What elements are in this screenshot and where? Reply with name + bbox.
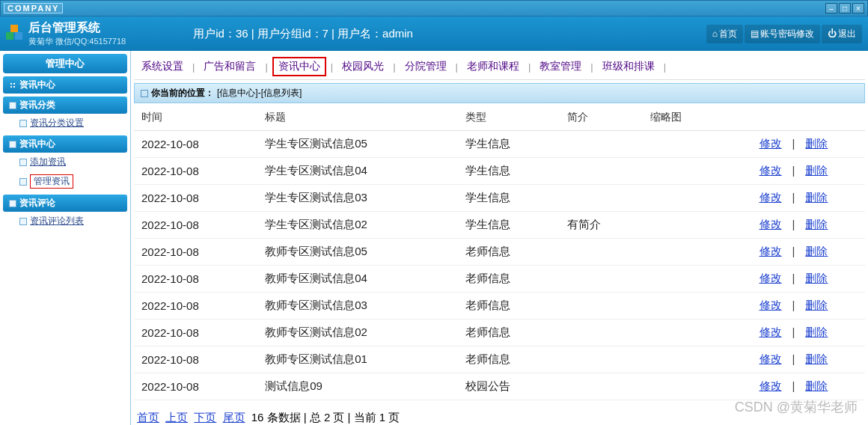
table-row: 2022-10-08教师专区测试信息04老师信息修改|删除 — [134, 266, 865, 293]
delete-link[interactable]: 删除 — [805, 379, 828, 392]
pager-next[interactable]: 下页 — [194, 411, 216, 424]
delete-link[interactable]: 删除 — [805, 352, 828, 365]
category-settings-link[interactable]: 资讯分类设置 — [30, 117, 84, 129]
action-separator: | — [792, 272, 795, 284]
page-icon — [19, 218, 27, 225]
topnav-item[interactable]: 教室管理 — [535, 58, 586, 75]
column-header: 简介 — [560, 105, 643, 131]
cell-intro — [560, 131, 643, 158]
maximize-icon[interactable]: □ — [839, 3, 851, 13]
delete-link[interactable]: 删除 — [805, 299, 828, 311]
cell-actions: 修改|删除 — [722, 158, 865, 185]
page-icon — [19, 178, 27, 186]
topnav-item[interactable]: 分院管理 — [400, 58, 451, 75]
delete-link[interactable]: 删除 — [805, 218, 828, 230]
cell-type: 学生信息 — [458, 131, 560, 158]
pager-prev[interactable]: 上页 — [165, 411, 188, 424]
password-button[interactable]: ▤账号密码修改 — [745, 25, 820, 43]
pager-last[interactable]: 尾页 — [223, 411, 245, 424]
nav-separator: | — [192, 61, 195, 73]
topnav-item[interactable]: 资讯中心 — [272, 57, 326, 76]
header-actions: ⌂首页 ▤账号密码修改 ⏻退出 — [706, 25, 862, 43]
nav-separator: | — [331, 61, 333, 73]
edit-link[interactable]: 修改 — [760, 299, 782, 311]
main-content: 系统设置|广告和留言|资讯中心|校园风光|分院管理|老师和课程|教室管理|班级和… — [131, 51, 868, 425]
breadcrumb: 你当前的位置： [信息中心]-[信息列表] — [134, 83, 865, 103]
sidebar-section-news[interactable]: 资讯中心 — [3, 76, 127, 94]
sidebar-group-news[interactable]: 资讯中心 — [3, 135, 127, 153]
sidebar-item-manage-news: 管理资讯 — [3, 171, 127, 192]
table-row: 2022-10-08学生专区测试信息04学生信息修改|删除 — [134, 158, 865, 185]
cell-intro — [560, 185, 643, 212]
cell-thumb — [643, 373, 722, 400]
delete-link[interactable]: 删除 — [805, 245, 828, 257]
column-header: 缩略图 — [643, 105, 722, 131]
topnav-item[interactable]: 班级和排课 — [598, 58, 659, 75]
delete-link[interactable]: 删除 — [805, 164, 828, 177]
cell-actions: 修改|删除 — [722, 346, 865, 373]
table-row: 2022-10-08学生专区测试信息05学生信息修改|删除 — [134, 131, 865, 158]
delete-link[interactable]: 删除 — [805, 191, 828, 204]
sidebar-item-comment-list: 资讯评论列表 — [3, 212, 127, 230]
sidebar-group-category[interactable]: 资讯分类 — [3, 97, 127, 114]
list-icon: ▤ — [751, 28, 759, 39]
delete-link[interactable]: 删除 — [805, 325, 828, 338]
table-body: 2022-10-08学生专区测试信息05学生信息修改|删除2022-10-08学… — [134, 131, 865, 400]
edit-link[interactable]: 修改 — [760, 325, 782, 338]
page-icon — [19, 159, 27, 166]
edit-link[interactable]: 修改 — [760, 352, 782, 365]
cell-type: 老师信息 — [458, 319, 560, 346]
folder-icon — [9, 102, 16, 109]
topnav-item[interactable]: 广告和留言 — [199, 58, 260, 75]
delete-link[interactable]: 删除 — [805, 272, 828, 284]
cell-actions: 修改|删除 — [722, 266, 865, 293]
cell-time: 2022-10-08 — [134, 346, 257, 373]
table-row: 2022-10-08学生专区测试信息03学生信息修改|删除 — [134, 185, 865, 212]
edit-link[interactable]: 修改 — [760, 137, 782, 150]
cell-actions: 修改|删除 — [722, 293, 865, 319]
folder-icon — [9, 200, 16, 207]
action-separator: | — [792, 352, 795, 365]
cell-title: 测试信息09 — [257, 373, 457, 400]
topnav-item[interactable]: 系统设置 — [137, 58, 188, 75]
app-title: 后台管理系统 — [28, 20, 126, 36]
dots-icon — [9, 82, 16, 89]
app-subtitle: 黄菊华 微信/QQ:45157718 — [28, 36, 126, 47]
pager-first[interactable]: 首页 — [137, 411, 159, 424]
comment-list-link[interactable]: 资讯评论列表 — [30, 215, 84, 227]
cell-actions: 修改|删除 — [722, 185, 865, 212]
pager-info: 16 条数据 | 总 2 页 | 当前 1 页 — [251, 411, 400, 424]
topnav-item[interactable]: 校园风光 — [337, 58, 388, 75]
logout-button[interactable]: ⏻退出 — [822, 25, 862, 43]
cell-title: 教师专区测试信息01 — [257, 346, 457, 373]
sidebar-group-comments[interactable]: 资讯评论 — [3, 195, 127, 212]
close-icon[interactable]: × — [852, 3, 864, 13]
cell-thumb — [643, 239, 722, 266]
action-separator: | — [792, 245, 795, 257]
pager: 首页 上页 下页 尾页 16 条数据 | 总 2 页 | 当前 1 页 — [134, 400, 865, 425]
header-left: 后台管理系统 黄菊华 微信/QQ:45157718 — [28, 20, 126, 47]
edit-link[interactable]: 修改 — [760, 245, 782, 257]
cell-thumb — [643, 212, 722, 239]
delete-link[interactable]: 删除 — [805, 137, 828, 150]
edit-link[interactable]: 修改 — [760, 218, 782, 230]
add-news-link[interactable]: 添加资讯 — [30, 156, 66, 168]
cell-thumb — [643, 185, 722, 212]
cell-time: 2022-10-08 — [134, 158, 257, 185]
cell-time: 2022-10-08 — [134, 185, 257, 212]
edit-link[interactable]: 修改 — [760, 191, 782, 204]
minimize-icon[interactable]: – — [825, 3, 837, 13]
edit-link[interactable]: 修改 — [760, 379, 782, 392]
nav-separator: | — [393, 61, 395, 73]
logo-icon — [6, 25, 24, 43]
column-header: 时间 — [134, 105, 257, 131]
topnav-item[interactable]: 老师和课程 — [462, 58, 524, 75]
app-header: 后台管理系统 黄菊华 微信/QQ:45157718 用户id：36 | 用户分组… — [0, 16, 868, 51]
data-table: 时间标题类型简介缩略图 2022-10-08学生专区测试信息05学生信息修改|删… — [134, 105, 865, 400]
cell-type: 老师信息 — [458, 346, 560, 373]
home-button[interactable]: ⌂首页 — [706, 25, 743, 43]
manage-news-link[interactable]: 管理资讯 — [30, 174, 73, 189]
cell-type: 校园公告 — [458, 373, 560, 400]
edit-link[interactable]: 修改 — [760, 164, 782, 177]
edit-link[interactable]: 修改 — [760, 272, 782, 284]
